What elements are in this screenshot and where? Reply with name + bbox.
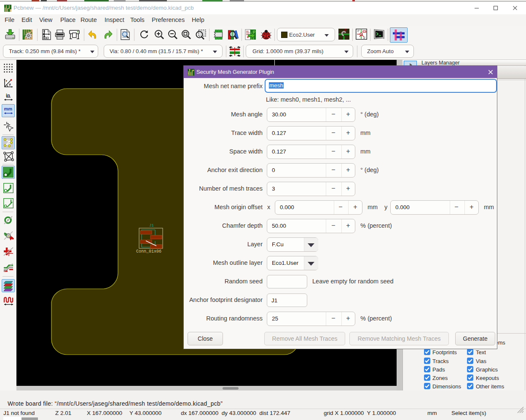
svg-text:J1: J1 <box>149 223 154 228</box>
svg-text:Conn_01x06: Conn_01x06 <box>136 249 161 254</box>
svg-text:r: r <box>6 79 7 83</box>
svg-text:mm: mm <box>4 106 13 111</box>
svg-text:θ: θ <box>9 83 11 86</box>
